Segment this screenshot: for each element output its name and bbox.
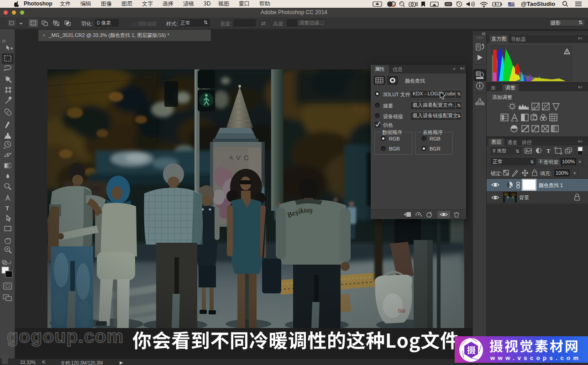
svg-text:T: T	[5, 205, 9, 212]
svg-text:T: T	[546, 147, 551, 154]
